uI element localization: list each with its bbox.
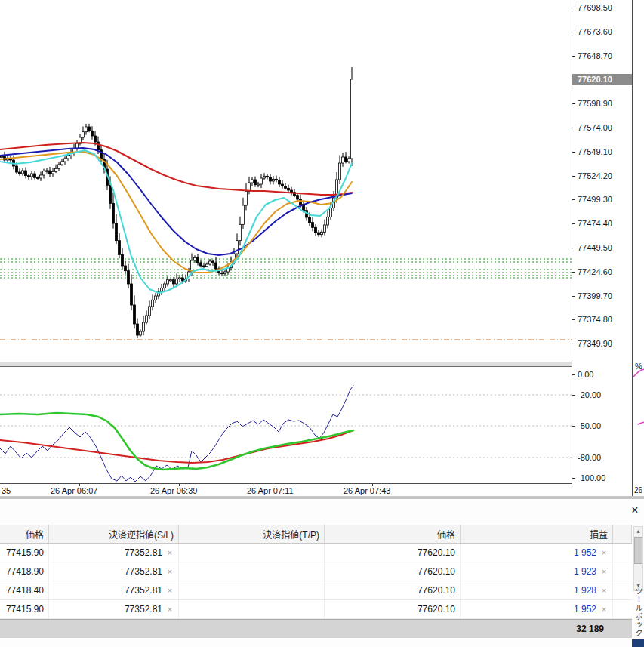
axis-tick [572,152,575,153]
neighbor-time-label: 26 A [634,486,644,494]
cell-value: 77418.40 [6,585,44,596]
tp-cell[interactable] [179,600,325,618]
scroll-up-icon[interactable]: ▲ [634,527,642,536]
neighbor-chart-fragment [633,366,644,457]
time-axis[interactable]: 3526 Apr 06:0726 Apr 06:3926 Apr 07:1126… [0,484,632,496]
time-label: 26 Apr 07:43 [344,486,390,495]
sl-remove-icon[interactable]: × [166,586,174,595]
axis-tick [572,296,575,297]
row-filler-cell[interactable] [613,562,632,581]
time-label: 35 [2,486,11,495]
position-row[interactable]: 77418.9077352.81×77620.101 923× [0,562,632,581]
cell-value: 77352.81 [125,547,162,558]
indicator-axis-label: -80.00 [578,453,601,462]
time-label: 26 Apr 06:07 [51,486,97,495]
price-axis-label: 77449.50 [578,243,612,252]
position-row[interactable]: 77418.4077352.81×77620.101 928× [0,581,632,600]
panel-splitter[interactable] [0,362,631,367]
sl-remove-icon[interactable]: × [166,605,174,614]
axis-tick [572,344,575,344]
current-price-cell[interactable]: 77620.10 [325,544,461,562]
entry-price-cell[interactable]: 77418.90 [0,562,49,581]
scroll-thumb[interactable] [634,537,642,564]
cell-value: 77418.90 [6,566,44,577]
time-tick [179,484,180,486]
sl-remove-icon[interactable]: × [166,548,174,557]
neighbor-window-fragment: % 26 A [632,0,644,496]
cell-value: 77620.10 [418,547,455,558]
price-axis-label: 77598.90 [578,99,612,108]
profit-cell[interactable]: 1 923× [461,562,613,581]
price-axis-label: 77574.00 [578,123,612,132]
header-stop-loss[interactable]: 決済逆指値(S/L) [49,525,179,543]
header-current-price[interactable]: 価格 [325,525,461,543]
cell-value: 1 952 [574,547,596,558]
cell-value: 77620.10 [418,566,455,577]
row-filler-cell[interactable] [613,600,632,618]
profit-remove-icon[interactable]: × [600,586,608,595]
cell-value: 77352.81 [125,566,162,577]
table-header-row[interactable]: 価格 決済逆指値(S/L) 決済指値(T/P) 価格 損益 [0,525,632,544]
toolbox-scrollbar[interactable]: ▲ ▼ [633,526,643,591]
sl-cell[interactable]: 77352.81× [49,544,179,562]
profit-remove-icon[interactable]: × [600,567,608,576]
cell-value: 1 928 [574,585,596,596]
entry-price-cell[interactable]: 77415.90 [0,600,49,618]
entry-price-cell[interactable]: 77418.40 [0,581,49,599]
header-profit[interactable]: 損益 [461,525,613,543]
indicator-axis-label: -20.00 [578,390,601,399]
indicator-axis-label: -50.00 [578,421,601,430]
total-row: 32 189 [0,619,632,638]
time-tick [79,484,80,486]
row-filler-cell[interactable] [613,581,632,599]
main-chart[interactable] [0,0,572,362]
sl-cell[interactable]: 77352.81× [49,600,179,618]
indicator-panel[interactable] [0,367,572,483]
taskbar-fragment [632,639,644,647]
axis-tick [572,395,575,396]
sl-remove-icon[interactable]: × [166,567,174,576]
sl-cell[interactable]: 77352.81× [49,562,179,581]
cell-value: 77620.10 [418,585,455,596]
profit-remove-icon[interactable]: × [600,605,608,614]
current-price-cell[interactable]: 77620.10 [325,581,461,599]
profit-cell[interactable]: 1 952× [461,600,613,618]
trading-terminal-window: 77620.10 77698.5077673.6077648.7077598.9… [0,0,644,647]
profit-cell[interactable]: 1 928× [461,581,613,599]
toolbox-tab[interactable]: ツールボックス [633,587,644,639]
price-axis-label: 77349.90 [578,339,612,348]
price-axis-label: 77648.70 [578,51,612,60]
sl-cell[interactable]: 77352.81× [49,581,179,599]
price-axis-label: 77424.60 [578,267,612,276]
tp-cell[interactable] [179,544,325,562]
axis-tick [572,103,575,104]
position-row[interactable]: 77415.9077352.81×77620.101 952× [0,600,632,619]
header-entry-price[interactable]: 価格 [0,525,49,543]
price-axis[interactable]: 77620.10 77698.5077673.6077648.7077598.9… [572,0,632,484]
axis-tick [572,128,575,128]
cell-value: 1 923 [574,566,596,577]
tp-cell[interactable] [179,562,325,581]
axis-tick [572,8,575,8]
header-take-profit[interactable]: 決済指値(T/P) [179,525,325,543]
current-price-cell[interactable]: 77620.10 [325,562,461,581]
profit-remove-icon[interactable]: × [600,548,608,557]
current-price-cell[interactable]: 77620.10 [325,600,461,618]
position-row[interactable]: 77415.9077352.81×77620.101 952× [0,544,632,562]
tp-cell[interactable] [179,581,325,599]
entry-price-cell[interactable]: 77415.90 [0,544,49,562]
axis-tick [572,458,575,458]
time-label: 26 Apr 06:39 [150,486,197,495]
wpr-main-blue-line [0,386,353,482]
time-tick [372,484,373,486]
cell-value: 1 952 [574,604,596,615]
time-label: 26 Apr 07:11 [247,486,294,495]
axis-tick [572,223,575,224]
profit-cell[interactable]: 1 952× [461,544,613,562]
cell-value: 77352.81 [125,604,162,615]
cell-value: 77415.90 [6,547,44,558]
current-price-tag: 77620.10 [572,74,632,85]
indicator-axis-label: -100.00 [578,473,605,482]
row-filler-cell[interactable] [613,544,632,562]
axis-tick [572,248,575,248]
